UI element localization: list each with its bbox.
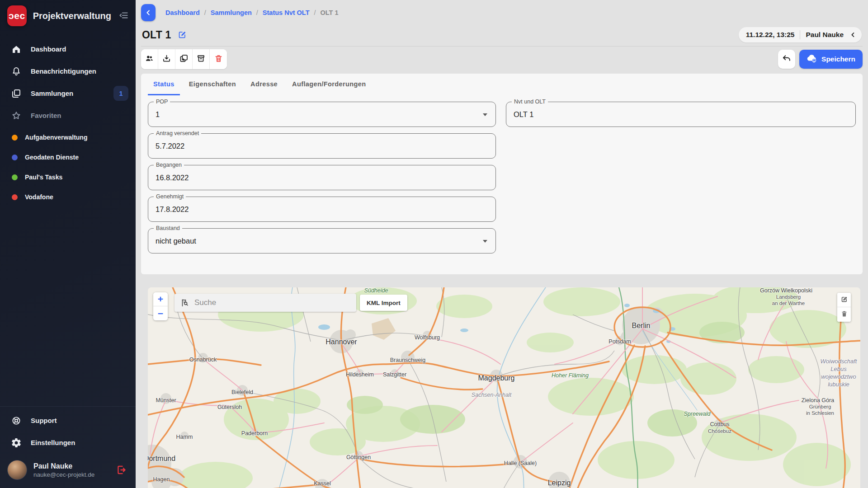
field-label: Antrag versendet xyxy=(154,130,201,136)
map-zoom-control: + − xyxy=(153,292,168,320)
cloud-sync-icon xyxy=(807,53,817,66)
sidebar-item-label: Benachrichtigungen xyxy=(31,67,96,75)
map-edit-button[interactable] xyxy=(837,293,851,307)
chevron-left-icon[interactable] xyxy=(849,31,857,39)
toolbar: Speichern xyxy=(141,49,863,70)
breadcrumb-bar: Dashboard / Sammlungen / Status Nvt OLT … xyxy=(136,0,868,25)
archive-button[interactable] xyxy=(193,49,210,69)
field-label: POP xyxy=(154,99,170,105)
form-column-left: POP 1 Antrag versendet 5.7.2022 Begangen… xyxy=(148,102,496,260)
tab-adresse[interactable]: Adresse xyxy=(245,74,283,95)
app-title: Projektverwaltung xyxy=(33,11,111,21)
sidebar-item-einstellungen[interactable]: Einstellungen xyxy=(0,432,136,454)
sidebar-item-dashboard[interactable]: Dashboard xyxy=(0,38,136,60)
edit-title-icon[interactable] xyxy=(177,30,187,40)
favorite-label: Vodafone xyxy=(25,193,53,201)
map-delete-button[interactable] xyxy=(837,307,851,322)
field-label: Genehmigt xyxy=(154,193,186,200)
logout-icon[interactable] xyxy=(116,464,127,476)
detail-card: Status Eigenschaften Adresse Auflagen/Fo… xyxy=(141,74,863,274)
gear-icon xyxy=(11,437,22,448)
favorite-dot-icon xyxy=(12,194,18,200)
user-avatar[interactable] xyxy=(7,460,27,480)
tab-status[interactable]: Status xyxy=(148,74,180,95)
user-email: nauke@cec-projekt.de xyxy=(33,471,109,478)
sidebar-item-label: Sammlungen xyxy=(31,89,73,97)
download-button[interactable] xyxy=(158,49,175,69)
tab-auflagen-forderungen[interactable]: Auflagen/Forderungen xyxy=(287,74,371,95)
field-value: nicht gebaut xyxy=(148,229,495,253)
last-edited-user: Paul Nauke xyxy=(806,31,844,39)
save-button[interactable]: Speichern xyxy=(799,50,863,69)
field-value: 1 xyxy=(148,102,495,127)
favorite-dot-icon xyxy=(12,155,18,160)
user-name: Paul Nauke xyxy=(33,462,109,470)
sidebar-collapse-icon[interactable] xyxy=(118,9,129,22)
sidebar-item-sammlungen[interactable]: Sammlungen 1 xyxy=(0,82,136,104)
zoom-in-button[interactable]: + xyxy=(153,292,168,306)
breadcrumb-separator: / xyxy=(314,9,316,16)
sidebar-item-label: Dashboard xyxy=(31,45,66,53)
home-icon xyxy=(11,44,22,55)
sidebar-item-favoriten[interactable]: Favoriten xyxy=(0,104,136,127)
trash-icon xyxy=(214,54,223,65)
pop-select[interactable]: POP 1 xyxy=(148,102,496,127)
back-button[interactable] xyxy=(141,4,156,21)
archive-icon xyxy=(196,54,206,65)
field-value: 5.7.2022 xyxy=(148,134,495,158)
favorite-item-aufgabenverwaltung[interactable]: Aufgabenverwaltung xyxy=(0,127,136,147)
favorite-item-geodaten-dienste[interactable]: Geodaten Dienste xyxy=(0,147,136,167)
last-edited-pill: 11.12.22, 13:25 Paul Nauke xyxy=(739,27,862,42)
save-button-label: Speichern xyxy=(821,55,855,63)
nvt-und-olt-field[interactable]: Nvt und OLT OLT 1 xyxy=(506,102,856,127)
begangen-field[interactable]: Begangen 16.8.2022 xyxy=(148,165,496,190)
breadcrumb-link-dashboard[interactable]: Dashboard xyxy=(165,9,200,16)
toolbar-right: Speichern xyxy=(778,50,863,69)
sammlungen-count-badge: 1 xyxy=(113,86,128,101)
toolbar-button-group xyxy=(141,49,227,69)
map-search-input[interactable] xyxy=(194,298,351,307)
favorite-label: Aufgabenverwaltung xyxy=(25,134,87,141)
duplicate-icon xyxy=(179,54,189,65)
field-label: Nvt und OLT xyxy=(512,99,548,105)
tab-eigenschaften[interactable]: Eigenschaften xyxy=(184,74,241,95)
sidebar: ɔec Projektverwaltung Dashboard Benachri… xyxy=(0,0,136,488)
field-label: Baustand xyxy=(154,225,182,231)
kml-import-button[interactable]: KML Import xyxy=(360,295,407,311)
app-logo-text: ɔec xyxy=(9,10,25,21)
sidebar-item-benachrichtigungen[interactable]: Benachrichtigungen xyxy=(0,60,136,82)
app-logo: ɔec xyxy=(7,5,27,26)
main-content: Dashboard / Sammlungen / Status Nvt OLT … xyxy=(136,0,868,488)
genehmigt-field[interactable]: Genehmigt 17.8.2022 xyxy=(148,197,496,222)
undo-button[interactable] xyxy=(778,50,795,69)
favorite-item-vodafone[interactable]: Vodafone xyxy=(0,187,136,207)
field-value: OLT 1 xyxy=(506,102,855,127)
favorite-item-pauls-tasks[interactable]: Paul's Tasks xyxy=(0,167,136,187)
page-title: OLT 1 xyxy=(142,29,171,41)
field-label: Begangen xyxy=(154,162,184,168)
breadcrumb-link-sammlungen[interactable]: Sammlungen xyxy=(211,9,252,16)
status-form: POP 1 Antrag versendet 5.7.2022 Begangen… xyxy=(141,95,863,260)
user-info: Paul Nauke nauke@cec-projekt.de xyxy=(33,462,109,478)
sidebar-item-support[interactable]: Support xyxy=(0,409,136,432)
app-root: ɔec Projektverwaltung Dashboard Benachri… xyxy=(0,0,868,488)
zoom-out-button[interactable]: − xyxy=(153,306,168,320)
collections-icon xyxy=(11,88,22,99)
dropdown-caret-icon xyxy=(483,240,487,243)
download-icon xyxy=(162,54,171,65)
share-users-button[interactable] xyxy=(141,49,158,69)
map-search-bar[interactable] xyxy=(175,294,356,312)
duplicate-button[interactable] xyxy=(175,49,193,69)
sidebar-header: ɔec Projektverwaltung xyxy=(0,0,136,32)
baustand-select[interactable]: Baustand nicht gebaut xyxy=(148,228,496,253)
antrag-versendet-field[interactable]: Antrag versendet 5.7.2022 xyxy=(148,133,496,159)
undo-icon xyxy=(782,54,792,65)
breadcrumb-link-status-nvt-olt[interactable]: Status Nvt OLT xyxy=(263,9,310,16)
map-container[interactable]: SüdheideHannoverWolfsburgBraunschweigHil… xyxy=(148,287,860,488)
sidebar-nav: Dashboard Benachrichtigungen Sammlungen … xyxy=(0,38,136,127)
delete-button[interactable] xyxy=(210,49,227,69)
sidebar-item-label: Favoriten xyxy=(31,112,61,119)
page-header: OLT 1 11.12.22, 13:25 Paul Nauke xyxy=(136,25,868,46)
field-value: 16.8.2022 xyxy=(148,165,495,190)
breadcrumb-current: OLT 1 xyxy=(321,9,339,16)
